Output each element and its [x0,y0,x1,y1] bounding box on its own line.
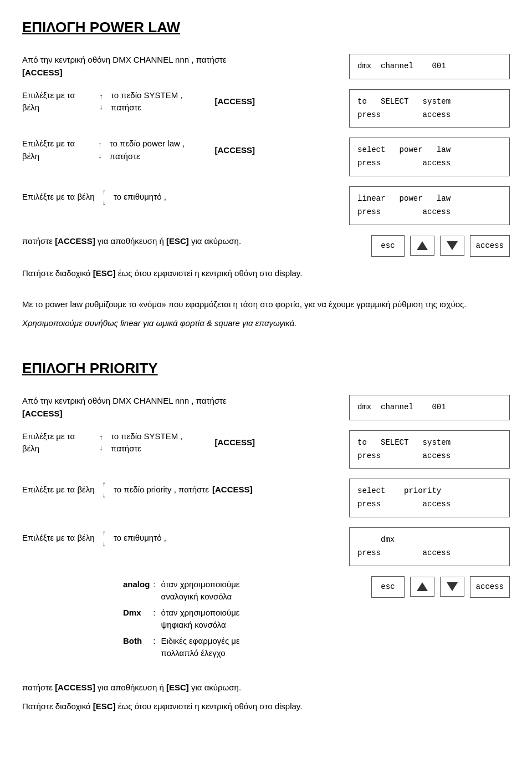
both-row: Both : Ειδικές εφαρμογές με πολλαπλό έλε… [123,634,254,661]
section2-row3-arrows: ↑ ↓ [103,527,106,549]
analog-row: analog : όταν χρησιμοποιούμε αναλογική κ… [123,577,254,604]
analog-text2: όταν χρησιμοποιούμε ψηφιακή κονσόλα [161,606,254,633]
analog-label3: Both [123,634,152,661]
section1-triangle-up-icon [417,241,428,250]
section1-display1: dmx channel 001 [349,54,510,79]
section1-row1-label: Επιλέξτε με τα βέλη ↑ ↓ το πεδίο SYSTEM … [22,89,255,114]
section1-intro-label: Από την κεντρική οθόνη DMX CHANNEL nnn ,… [22,54,255,79]
analog-label2: Dmx [123,606,152,633]
section2-esc-access: esc access [349,576,510,598]
section1-title: ΕΠΙΛΟΓΗ POWER LAW [22,17,510,38]
section2-esc-note: Πατήστε διαδοχικά [ESC] έως ότου εμφανισ… [22,700,510,713]
analog-colon1: : [153,577,160,604]
section2-row1-arrows: ↑ ↓ [100,432,104,454]
section2-intro-row: Από την κεντρική οθόνη DMX CHANNEL nnn ,… [22,395,510,420]
section1-display2: to SELECT system press access [349,89,510,128]
section1-esc-row: πατήστε [ACCESS] για αποθήκευση ή [ESC] … [22,235,510,257]
section2-display2: to SELECT system press access [349,430,510,469]
section2-row3-label: Επιλέξτε με τα βέλη ↑ ↓ το επιθυμητό , [22,527,255,549]
section2-access-box: access [470,576,510,598]
analog-label1: analog [123,577,152,604]
analog-table: analog : όταν χρησιμοποιούμε αναλογική κ… [122,576,255,662]
section2-display3: select priority press access [349,479,510,517]
section1-display4: linear power law press access [349,186,510,225]
section2-intro-label: Από την κεντρική οθόνη DMX CHANNEL nnn ,… [22,395,255,420]
section1-row3-arrows: ↑ ↓ [103,186,106,208]
section-power-law: ΕΠΙΛΟΓΗ POWER LAW Από την κεντρική οθόνη… [22,17,510,330]
section2-analog-row: analog : όταν χρησιμοποιούμε αναλογική κ… [22,576,510,671]
section1-esc-box: esc [371,235,404,257]
section1-esc-note: Πατήστε διαδοχικά [ESC] έως ότου εμφανισ… [22,267,510,280]
section1-triangle-down-btn[interactable] [440,236,464,256]
section2-display4: dmx press access [349,527,510,566]
section1-row2-label: Επιλέξτε με τα βέλη ↑ ↓ το πεδίο power l… [22,138,255,162]
section1-para2: Χρησιμοποιούμε συνήθως linear για ωμικά … [22,317,510,330]
section1-para1: Με το power law ρυθμίζουμε το «νόμο» που… [22,298,510,311]
section2-row2: Επιλέξτε με τα βέλη ↑ ↓ το πεδίο priorit… [22,479,510,517]
analog-colon3: : [153,634,160,661]
section1-esc-access: esc access [349,235,510,257]
section1-display3: select power law press access [349,138,510,176]
section1-row2-arrows: ↑ ↓ [98,139,102,161]
section1-triangle-up-btn[interactable] [410,236,434,256]
section2-triangle-down-btn[interactable] [440,577,464,597]
section1-intro-row: Από την κεντρική οθόνη DMX CHANNEL nnn ,… [22,54,510,79]
section2-analog-label: analog : όταν χρησιμοποιούμε αναλογική κ… [22,576,255,671]
analog-colon2: : [153,606,160,633]
section2-triangle-down-icon [447,582,458,591]
section2-triangle-up-btn[interactable] [410,577,434,597]
section2-title: ΕΠΙΛΟΓΗ PRIORITY [22,358,510,379]
section2-save-text: πατήστε [ACCESS] για αποθήκευση ή [ESC] … [22,681,510,694]
section2-row2-arrows: ↑ ↓ [103,479,106,500]
section1-row1-arrows: ↑ ↓ [100,91,104,113]
analog-text1: όταν χρησιμοποιούμε αναλογική κονσόλα [161,577,254,604]
section2-row1-label: Επιλέξτε με τα βέλη ↑ ↓ το πεδίο SYSTEM … [22,430,255,455]
section1-row3: Επιλέξτε με τα βέλη ↑ ↓ το επιθυμητό , l… [22,186,510,225]
section2-row2-label: Επιλέξτε με τα βέλη ↑ ↓ το πεδίο priorit… [22,479,255,500]
section-priority: ΕΠΙΛΟΓΗ PRIORITY Από την κεντρική οθόνη … [22,358,510,713]
section2-row1: Επιλέξτε με τα βέλη ↑ ↓ το πεδίο SYSTEM … [22,430,510,469]
section1-access-box: access [470,235,510,257]
section2-triangle-up-icon [417,582,428,591]
section2-display1: dmx channel 001 [349,395,510,420]
section2-esc-box: esc [371,576,404,598]
section1-row2: Επιλέξτε με τα βέλη ↑ ↓ το πεδίο power l… [22,138,510,176]
section2-row3: Επιλέξτε με τα βέλη ↑ ↓ το επιθυμητό , d… [22,527,510,566]
section1-row3-label: Επιλέξτε με τα βέλη ↑ ↓ το επιθυμητό , [22,186,255,208]
section1-save-text: πατήστε [ACCESS] για αποθήκευση ή [ESC] … [22,235,255,248]
section1-triangle-down-icon [447,241,458,250]
analog-text3: Ειδικές εφαρμογές με πολλαπλό έλεγχο [161,634,254,661]
dmx-row: Dmx : όταν χρησιμοποιούμε ψηφιακή κονσόλ… [123,606,254,633]
section1-row1: Επιλέξτε με τα βέλη ↑ ↓ το πεδίο SYSTEM … [22,89,510,128]
